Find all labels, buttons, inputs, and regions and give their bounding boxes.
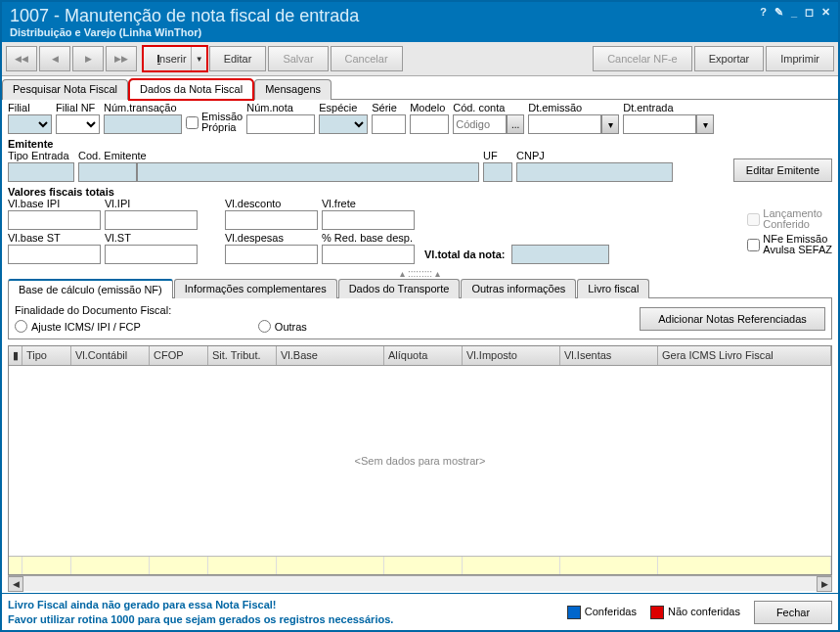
- emissao-propria-checkbox[interactable]: [186, 116, 199, 129]
- edit-icon[interactable]: ✎: [774, 6, 783, 19]
- subtab-transp[interactable]: Dados do Transporte: [338, 279, 461, 298]
- tab-dados[interactable]: Dados da Nota Fiscal: [129, 79, 253, 100]
- col-vlbase[interactable]: Vl.Base: [277, 346, 384, 365]
- subtab-base[interactable]: Base de cálculo (emissão NF): [8, 279, 173, 298]
- scroll-right-arrow-icon[interactable]: ▶: [817, 576, 832, 592]
- salvar-button[interactable]: Salvar: [268, 46, 328, 71]
- subtab-info[interactable]: Informações complementares: [174, 279, 337, 298]
- dtemissao-picker-button[interactable]: ▾: [601, 114, 619, 134]
- restore-icon[interactable]: ◻: [805, 6, 814, 19]
- window-subtitle: Distribuição e Varejo (Linha WinThor): [10, 26, 359, 38]
- cancelar-nfe-button[interactable]: Cancelar NF-e: [593, 46, 692, 71]
- vlipi-input[interactable]: [105, 210, 198, 230]
- vlbasest-label: Vl.base ST: [8, 232, 101, 244]
- finalidade-label: Finalidade do Documento Fiscal:: [15, 304, 307, 316]
- sub-tabs: Base de cálculo (emissão NF) Informações…: [8, 278, 832, 298]
- pctred-input[interactable]: [322, 245, 415, 264]
- main-tabs: Pesquisar Nota Fiscal Dados da Nota Fisc…: [2, 76, 838, 100]
- vlfrete-input[interactable]: [322, 210, 415, 230]
- nav-first-button[interactable]: ◀◀: [6, 46, 37, 71]
- modelo-label: Modelo: [410, 102, 449, 113]
- data-grid: ▮ Tipo Vl.Contábil CFOP Sit. Tribut. Vl.…: [8, 345, 832, 575]
- filial-label: Filial: [8, 102, 52, 113]
- help-icon[interactable]: ?: [760, 6, 767, 19]
- tab-mensagens[interactable]: Mensagens: [254, 79, 332, 100]
- fechar-button[interactable]: Fechar: [754, 601, 832, 624]
- vldespesas-input[interactable]: [225, 245, 318, 264]
- editar-emitente-button[interactable]: Editar Emitente: [733, 158, 832, 182]
- tab-pesquisar[interactable]: Pesquisar Nota Fiscal: [2, 79, 128, 100]
- dtentrada-input[interactable]: [623, 114, 696, 134]
- emitente-section: Emitente: [8, 138, 832, 150]
- uf-input[interactable]: [483, 162, 512, 182]
- col-vlisentas[interactable]: Vl.Isentas: [560, 346, 658, 365]
- imprimir-button[interactable]: Imprimir: [766, 46, 834, 71]
- minimize-icon[interactable]: _: [791, 6, 797, 19]
- col-aliquota[interactable]: Alíquota: [384, 346, 463, 365]
- horizontal-scrollbar[interactable]: ◀ ▶: [8, 575, 832, 591]
- col-geraicms[interactable]: Gera ICMS Livro Fiscal: [658, 346, 831, 365]
- scroll-left-arrow-icon[interactable]: ◀: [8, 576, 23, 592]
- outras-radio[interactable]: [258, 320, 271, 333]
- inserir-button[interactable]: IInserir▼: [143, 46, 207, 71]
- nfe-avulsa-label: NFe EmissãoAvulsa SEFAZ: [763, 234, 832, 255]
- nav-last-button[interactable]: ▶▶: [106, 46, 137, 71]
- codconta-input[interactable]: [453, 114, 507, 134]
- grid-indicator-col[interactable]: ▮: [9, 346, 22, 365]
- toolbar: ◀◀ ◀ ▶ ▶▶ IInserir▼ Editar Salvar Cancel…: [2, 42, 838, 76]
- subtab-livro[interactable]: Livro fiscal: [577, 279, 649, 298]
- col-sittribut[interactable]: Sit. Tribut.: [208, 346, 277, 365]
- exportar-button[interactable]: Exportar: [694, 46, 765, 71]
- lanc-conferido-label: LançamentoConferido: [763, 208, 822, 230]
- codemitente-input[interactable]: [78, 162, 137, 182]
- subtab-outras[interactable]: Outras informações: [461, 279, 576, 298]
- ajuste-radio[interactable]: [15, 320, 27, 333]
- codemitente-label: Cod. Emitente: [78, 150, 479, 161]
- vltotalnota-input[interactable]: [511, 245, 609, 264]
- modelo-input[interactable]: [410, 114, 449, 134]
- vlbasest-input[interactable]: [8, 245, 101, 264]
- tipoentrada-input[interactable]: [8, 162, 74, 182]
- dtentrada-picker-button[interactable]: ▾: [696, 114, 714, 134]
- especie-select[interactable]: [319, 114, 368, 134]
- col-vlimposto[interactable]: Vl.Imposto: [463, 346, 560, 365]
- valores-section: Valores fiscais totais: [8, 186, 832, 198]
- editar-button[interactable]: Editar: [209, 46, 267, 71]
- col-tipo[interactable]: Tipo: [22, 346, 71, 365]
- grid-filter-row[interactable]: [9, 556, 831, 574]
- adicionar-notas-button[interactable]: Adicionar Notas Referenciadas: [640, 307, 825, 331]
- footer-msg-1: Livro Fiscal ainda não gerado para essa …: [8, 598, 393, 611]
- codconta-lookup-button[interactable]: ...: [507, 114, 524, 134]
- vldesconto-input[interactable]: [225, 210, 318, 230]
- codconta-label: Cód. conta: [453, 102, 524, 113]
- vltotal-label: Vl.total da nota:: [424, 248, 506, 260]
- dtemissao-input[interactable]: [528, 114, 601, 134]
- nfe-avulsa-checkbox[interactable]: [747, 239, 760, 251]
- footer: Livro Fiscal ainda não gerado para essa …: [2, 593, 838, 630]
- filialnf-select[interactable]: [56, 114, 100, 134]
- vlst-input[interactable]: [105, 245, 198, 264]
- col-cfop[interactable]: CFOP: [150, 346, 208, 365]
- numnota-input[interactable]: [246, 114, 315, 134]
- cancelar-button[interactable]: Cancelar: [331, 46, 403, 71]
- legend-conferidas: Conferidas: [567, 606, 637, 619]
- dtemissao-label: Dt.emissão: [528, 102, 619, 113]
- nav-prev-button[interactable]: ◀: [39, 46, 70, 71]
- cnpj-input[interactable]: [516, 162, 673, 182]
- col-vlcontabil[interactable]: Vl.Contábil: [71, 346, 150, 365]
- serie-input[interactable]: [372, 114, 406, 134]
- footer-msg-2: Favor utilizar rotina 1000 para que seja…: [8, 612, 393, 626]
- numnota-label: Núm.nota: [246, 102, 315, 113]
- nomeemitente-input[interactable]: [137, 162, 479, 182]
- close-icon[interactable]: ✕: [821, 6, 830, 19]
- nav-next-button[interactable]: ▶: [72, 46, 104, 71]
- vlst-label: Vl.ST: [105, 232, 198, 244]
- vlfrete-label: Vl.frete: [322, 198, 415, 209]
- filial-select[interactable]: [8, 114, 52, 134]
- splitter-grip[interactable]: ▴ ::::::::: ▴: [8, 270, 832, 278]
- numtrans-input[interactable]: [104, 114, 182, 134]
- filialnf-label: Filial NF: [56, 102, 100, 113]
- chevron-down-icon[interactable]: ▼: [191, 47, 203, 70]
- vlbaseipi-input[interactable]: [8, 210, 101, 230]
- vlbaseipi-label: Vl.base IPI: [8, 198, 101, 209]
